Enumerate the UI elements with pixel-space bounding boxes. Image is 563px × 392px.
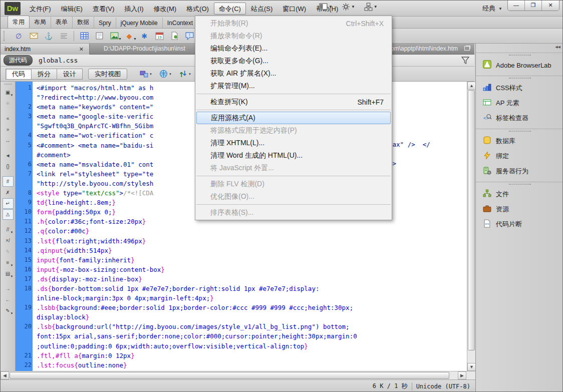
menu-item[interactable]: 扩展管理(M)...: [195, 80, 392, 92]
media-icon[interactable]: ◆▼: [122, 30, 137, 42]
close-button[interactable]: ✕: [542, 1, 559, 11]
code-line[interactable]: 14.qinput{width:514px}: [37, 246, 466, 255]
multiscreen-icon[interactable]: ▼: [140, 70, 152, 78]
workspace-switcher[interactable]: 经典 ▼: [482, 4, 502, 13]
named-anchor-icon[interactable]: ⚓: [41, 30, 56, 42]
panel-assets[interactable]: 资源: [476, 202, 563, 217]
grip-handle[interactable]: [509, 131, 531, 132]
menubar-item[interactable]: 格式(O): [181, 3, 214, 15]
extend-icon[interactable]: ▼: [342, 3, 355, 11]
scrollbar-thumb[interactable]: [468, 90, 475, 350]
minimize-button[interactable]: —: [508, 1, 525, 11]
widget-icon[interactable]: ✱: [137, 30, 152, 42]
site-icon[interactable]: ▼: [364, 3, 378, 11]
filter-funnel-icon[interactable]: [461, 57, 469, 66]
related-file-global-css[interactable]: global.css: [39, 57, 78, 64]
line-number: 18: [16, 284, 32, 293]
insert-tab-Spry[interactable]: Spry: [94, 18, 116, 28]
menu-item[interactable]: 清理 Word 生成的 HTML(U)...: [195, 149, 392, 162]
scroll-right-icon[interactable]: ▶: [458, 371, 466, 379]
horizontal-rule-icon[interactable]: [56, 30, 71, 42]
panel-css-styles[interactable]: CSS样式: [476, 81, 563, 96]
code-line[interactable]: 18.ds{border-bottom:solid 1px #e7e7e7;bo…: [37, 284, 466, 293]
restore-window-icon[interactable]: [464, 46, 470, 51]
close-icon[interactable]: ✕: [78, 46, 85, 53]
code-line[interactable]: 19.lsbb{background:#eee;border:solid 1px…: [37, 303, 466, 312]
collapse-panels-icon[interactable]: ◀◀: [555, 45, 560, 49]
scroll-down-icon[interactable]: ▼: [467, 363, 475, 371]
menu-item[interactable]: 获取更多命令(G)...: [195, 55, 392, 67]
menubar-item[interactable]: 文件(F): [25, 3, 56, 15]
source-code-button[interactable]: 源代码: [4, 55, 33, 66]
code-line[interactable]: 17.ds{display:-moz-inline-box}: [37, 274, 466, 284]
menu-item[interactable]: 获取 AIR 扩展名(X)...: [195, 67, 392, 80]
view-button-实时视图[interactable]: 实时视图: [88, 69, 127, 80]
panel-browserlab[interactable]: Adobe BrowserLab: [476, 58, 563, 73]
code-line[interactable]: ;outline:0;padding:0 6px;width:auto;over…: [37, 341, 466, 351]
insert-tab-布局[interactable]: 布局: [30, 16, 51, 28]
insert-tab-数据[interactable]: 数据: [73, 16, 94, 28]
menubar-item[interactable]: 命令(C): [214, 3, 246, 15]
panel-databases[interactable]: 数据库: [476, 134, 563, 149]
menu-item-label: 编辑命令列表(E)...: [210, 44, 384, 53]
panel-bindings[interactable]: 绑定: [476, 149, 563, 164]
server-include-icon[interactable]: [167, 30, 182, 42]
menubar-item[interactable]: 插入(I): [119, 3, 148, 15]
scroll-left-icon[interactable]: ◀: [1, 371, 9, 379]
menubar-item[interactable]: 编辑(E): [56, 3, 88, 15]
insert-tab-常用[interactable]: 常用: [8, 16, 30, 28]
menu-item: 优化图像(O)...: [195, 190, 392, 203]
code-line[interactable]: 13.lst{float:right;width:496px}: [37, 236, 466, 246]
preview-browser-icon[interactable]: ▼: [159, 70, 172, 78]
menu-item[interactable]: 编辑命令列表(E)...: [195, 42, 392, 55]
scroll-up-icon[interactable]: ▲: [467, 82, 475, 90]
menu-item[interactable]: 清理 XHTML(L)...: [195, 137, 392, 149]
code-line[interactable]: display:block}: [37, 312, 466, 322]
tab-index-htm[interactable]: index.htm ✕: [1, 44, 90, 55]
date-icon[interactable]: 19: [152, 30, 167, 42]
panel-server-behaviors[interactable]: 服务器行为: [476, 164, 563, 179]
menubar-item[interactable]: 窗口(W): [277, 3, 311, 15]
code-line[interactable]: 22.lst:focus{outline:none}: [37, 360, 466, 370]
grip-handle[interactable]: [4, 31, 6, 41]
menu-item-label: 排序表格(S)...: [210, 208, 384, 217]
menubar-item[interactable]: 站点(S): [246, 3, 277, 15]
table-icon[interactable]: [77, 30, 92, 42]
menubar-item[interactable]: 修改(M): [149, 3, 182, 15]
grip-handle[interactable]: [509, 55, 531, 56]
images-icon[interactable]: ▼: [107, 30, 122, 42]
layout-switcher-icon[interactable]: ▼: [319, 3, 333, 11]
grip-handle[interactable]: [509, 184, 531, 185]
insert-div-icon[interactable]: [92, 30, 107, 42]
horizontal-scrollbar[interactable]: ◀ ▶: [1, 371, 475, 379]
code-line[interactable]: font:15px arial,sans-serif;border:none;c…: [37, 331, 466, 341]
code-line[interactable]: inline-block;margin:3px 0 4px;margin-lef…: [37, 293, 466, 303]
dock-groups: Adobe BrowserLabCSS样式AP 元素<>标签检查器数据库绑定服务…: [476, 53, 563, 235]
menu-item-label: 清理 Word 生成的 HTML(U)...: [210, 151, 384, 160]
maximize-button[interactable]: ❐: [525, 1, 542, 11]
panel-ap-elements[interactable]: AP 元素: [476, 96, 563, 111]
menu-item[interactable]: 应用源格式(A): [196, 112, 391, 124]
line-number: 2: [16, 102, 32, 112]
code-line[interactable]: 16input{-moz-box-sizing:content-box}: [37, 265, 466, 274]
email-link-icon[interactable]: [26, 30, 41, 42]
code-line[interactable]: 20.lsb{background:url("http://img.byoou.…: [37, 322, 466, 331]
hyperlink-icon[interactable]: ∅: [11, 30, 26, 42]
insert-tab-表单[interactable]: 表单: [51, 16, 73, 28]
view-button-代码[interactable]: 代码: [6, 69, 32, 80]
grip-handle[interactable]: [509, 78, 531, 79]
vertical-scrollbar[interactable]: ▲ ▼: [467, 82, 475, 371]
panel-files[interactable]: 文件: [476, 187, 563, 202]
code-line[interactable]: 15input{font-family:inherit}: [37, 255, 466, 265]
view-button-拆分[interactable]: 拆分: [31, 69, 57, 80]
scrollbar-thumb[interactable]: [10, 372, 449, 379]
file-transfer-icon[interactable]: ▼: [179, 70, 191, 78]
insert-tab-jQuery Mobile[interactable]: jQuery Mobile: [116, 18, 163, 28]
code-line[interactable]: 12.q{color:#00c}: [37, 226, 466, 236]
menu-item[interactable]: 检查拼写(K)Shift+F7: [195, 96, 392, 108]
view-button-设计[interactable]: 设计: [57, 69, 83, 80]
panel-snippets[interactable]: «»代码片断: [476, 217, 563, 232]
code-line[interactable]: 21.ftl,#fll a{margin:0 12px}: [37, 351, 466, 360]
panel-tag-inspector[interactable]: <>标签检查器: [476, 111, 563, 126]
menubar-item[interactable]: 查看(V): [88, 3, 119, 15]
